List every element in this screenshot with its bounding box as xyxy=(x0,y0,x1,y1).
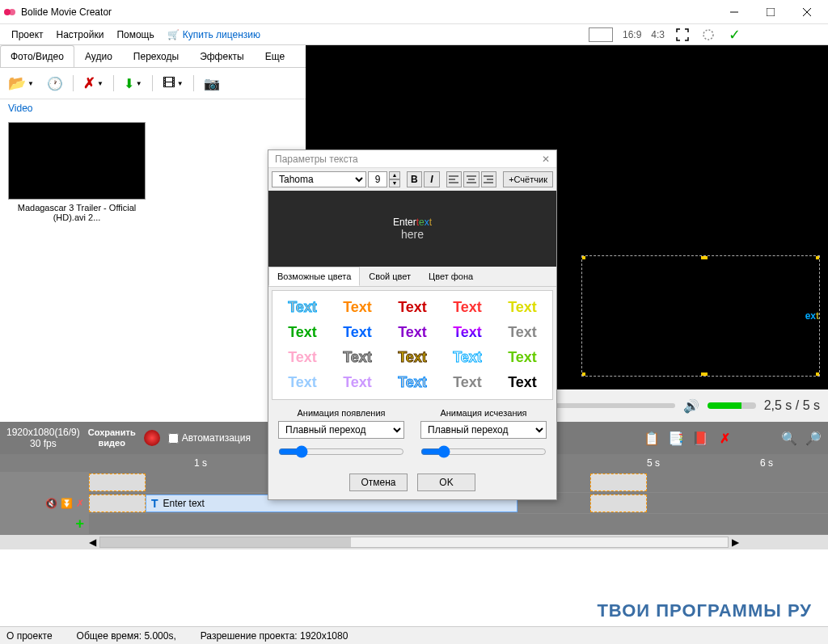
scroll-thumb[interactable] xyxy=(100,537,351,547)
scroll-right-icon[interactable]: ▶ xyxy=(732,537,739,548)
color-swatch[interactable]: Text xyxy=(446,349,489,366)
clip-end[interactable] xyxy=(590,495,647,512)
save-video-button[interactable]: Сохранить видео xyxy=(88,427,136,448)
menu-buy-license[interactable]: 🛒 Купить лицензию xyxy=(161,26,267,44)
automation-checkbox[interactable]: Автоматизация xyxy=(168,432,251,444)
color-swatch[interactable]: Text xyxy=(446,374,489,391)
delete-button[interactable]: ✗▼ xyxy=(80,73,107,94)
color-swatch[interactable]: Text xyxy=(281,324,324,341)
resize-handle[interactable] xyxy=(816,255,820,259)
aspect-43[interactable]: 4:3 xyxy=(651,29,665,40)
minimize-button[interactable] xyxy=(716,1,752,23)
anim-out-slider[interactable] xyxy=(420,445,547,458)
color-swatch[interactable]: Text xyxy=(501,324,544,341)
paste-icon[interactable]: 📕 xyxy=(692,430,708,446)
zoom-in-icon[interactable]: 🔎 xyxy=(805,430,822,446)
collapse-icon[interactable]: ⏬ xyxy=(61,498,73,509)
size-up-button[interactable]: ▲ xyxy=(389,171,400,179)
color-swatch[interactable]: Text xyxy=(446,299,489,316)
recent-button[interactable]: 🕐 xyxy=(44,74,66,93)
add-track-button[interactable]: + xyxy=(43,516,84,532)
timeline-delete-icon[interactable]: ✗ xyxy=(716,430,733,446)
cancel-button[interactable]: Отмена xyxy=(349,474,408,491)
color-swatch[interactable]: Text xyxy=(336,299,379,316)
anim-in-select[interactable]: Плавный переход xyxy=(278,421,404,439)
record-button[interactable] xyxy=(144,430,160,446)
webcam-button[interactable]: 📷 xyxy=(201,74,223,93)
track-delete-icon[interactable]: ✗ xyxy=(76,498,84,509)
volume-slider[interactable] xyxy=(708,402,756,409)
color-swatch[interactable]: Text xyxy=(391,349,434,366)
align-right-button[interactable] xyxy=(481,171,497,187)
titlebar: Bolide Movie Creator xyxy=(0,0,828,24)
font-select[interactable]: Tahoma xyxy=(272,171,366,187)
color-swatch[interactable]: Text xyxy=(336,349,379,366)
color-swatch[interactable]: Text xyxy=(501,299,544,316)
align-left-button[interactable] xyxy=(446,171,463,187)
video-clip[interactable] xyxy=(89,474,146,491)
clipboard-icon[interactable]: 📋 xyxy=(644,430,660,446)
scroll-left-icon[interactable]: ◀ xyxy=(89,537,96,548)
mute-icon[interactable]: 🔇 xyxy=(45,498,57,509)
anim-out-select[interactable]: Плавный переход xyxy=(420,421,547,439)
menu-help[interactable]: Помощь xyxy=(110,26,160,44)
italic-button[interactable]: I xyxy=(424,171,440,187)
color-swatch[interactable]: Text xyxy=(446,324,489,341)
resize-handle[interactable] xyxy=(581,373,585,377)
clip-start[interactable] xyxy=(89,495,146,512)
ok-button[interactable]: OK xyxy=(417,474,475,491)
dialog-titlebar[interactable]: Параметры текста ✕ xyxy=(268,150,556,168)
check-icon[interactable]: ✓ xyxy=(726,27,742,43)
resize-handle[interactable] xyxy=(816,373,820,377)
ctab-bg[interactable]: Цвет фона xyxy=(420,267,482,286)
tab-photo-video[interactable]: Фото/Видео xyxy=(0,45,74,67)
text-icon: T xyxy=(151,497,158,510)
align-center-button[interactable] xyxy=(463,171,479,187)
aspect-preview-box[interactable] xyxy=(589,27,613,42)
aspect-169[interactable]: 16:9 xyxy=(623,29,641,40)
fullscreen-icon[interactable] xyxy=(674,27,691,43)
menu-project[interactable]: Проект xyxy=(5,26,50,44)
resize-handle[interactable] xyxy=(581,255,585,259)
automation-input[interactable] xyxy=(168,433,179,444)
font-size-input[interactable] xyxy=(368,171,387,187)
menu-settings[interactable]: Настройки xyxy=(50,26,111,44)
counter-button[interactable]: +Счётчик xyxy=(503,171,553,187)
tab-effects[interactable]: Эффекты xyxy=(189,45,255,67)
film-button[interactable]: 🎞▼ xyxy=(159,74,187,92)
ctab-custom[interactable]: Свой цвет xyxy=(360,267,420,286)
color-swatch[interactable]: Text xyxy=(281,299,324,316)
text-overlay[interactable]: ext xyxy=(581,255,820,377)
media-item[interactable]: Madagascar 3 Trailer - Official (HD).avi… xyxy=(8,122,146,222)
status-about[interactable]: О проекте xyxy=(6,630,53,642)
resize-handle[interactable] xyxy=(701,373,708,377)
dialog-close-icon[interactable]: ✕ xyxy=(542,154,550,165)
video-clip[interactable] xyxy=(590,474,647,491)
copy-icon[interactable]: 📑 xyxy=(668,430,684,446)
bold-button[interactable]: B xyxy=(407,171,423,187)
color-swatch[interactable]: Text xyxy=(391,299,434,316)
anim-in-slider[interactable] xyxy=(278,445,404,458)
color-swatch[interactable]: Text xyxy=(501,349,544,366)
maximize-button[interactable] xyxy=(752,1,788,23)
zoom-out-icon[interactable]: 🔍 xyxy=(781,430,797,446)
color-swatch[interactable]: Text xyxy=(391,324,434,341)
timeline-scrollbar[interactable]: ◀ ▶ xyxy=(0,535,828,549)
color-swatch[interactable]: Text xyxy=(391,374,434,391)
color-swatch[interactable]: Text xyxy=(336,324,379,341)
size-down-button[interactable]: ▼ xyxy=(389,179,400,187)
open-folder-button[interactable]: 📂▼ xyxy=(5,73,37,94)
tab-audio[interactable]: Аудио xyxy=(74,45,123,67)
tab-more[interactable]: Еще xyxy=(255,45,295,67)
color-swatch[interactable]: Text xyxy=(336,374,379,391)
volume-icon[interactable]: 🔊 xyxy=(683,398,699,414)
color-swatch[interactable]: Text xyxy=(281,374,324,391)
download-button[interactable]: ⬇▼ xyxy=(120,74,146,93)
color-swatch[interactable]: Text xyxy=(501,374,544,391)
color-swatch[interactable]: Text xyxy=(281,349,324,366)
close-button[interactable] xyxy=(788,1,825,23)
resize-handle[interactable] xyxy=(701,255,708,259)
tab-transitions[interactable]: Переходы xyxy=(123,45,189,67)
loading-icon[interactable] xyxy=(700,27,716,43)
ctab-preset[interactable]: Возможные цвета xyxy=(268,267,360,286)
